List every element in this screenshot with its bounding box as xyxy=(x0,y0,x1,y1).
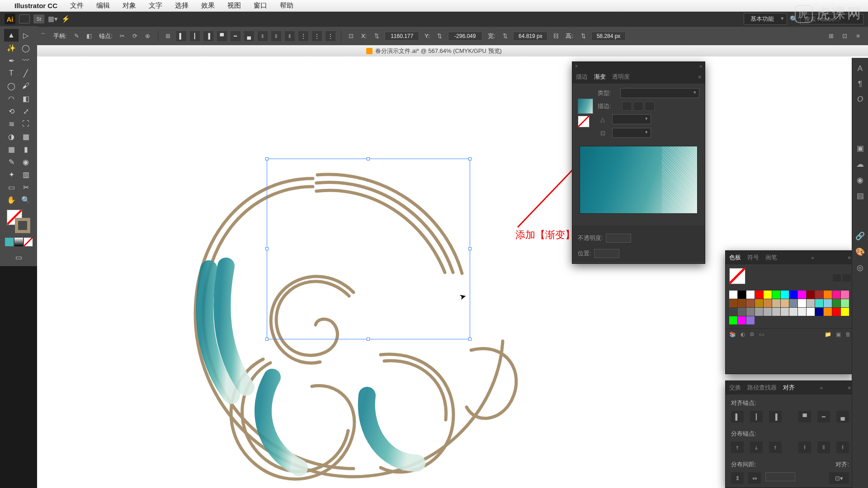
swatch-color[interactable] xyxy=(789,299,797,307)
swatch-active[interactable] xyxy=(729,268,745,284)
swatch-delete-icon[interactable]: 🗑 xyxy=(845,331,851,338)
dist-vcenter-btn[interactable]: ⫰ xyxy=(750,441,763,453)
color-mode-gradient[interactable] xyxy=(14,238,23,246)
dist-h2-icon[interactable]: ⫴ xyxy=(271,31,281,41)
char-panel-icon[interactable]: A xyxy=(858,64,863,73)
tab-gradient[interactable]: 渐变 xyxy=(594,73,606,81)
handle-se[interactable] xyxy=(468,338,472,341)
artboard-tool-icon[interactable]: ▭ xyxy=(4,181,19,193)
panel-collapse-icon[interactable]: × xyxy=(575,64,578,69)
stroke-mode-1[interactable] xyxy=(622,102,632,111)
anchor-connect-icon[interactable]: ⟳ xyxy=(131,32,140,41)
handle-icon-1[interactable]: ✎ xyxy=(72,32,81,41)
swatch-color[interactable] xyxy=(832,308,840,316)
spacing-input[interactable] xyxy=(765,472,795,481)
align-vcenter-btn[interactable]: ━ xyxy=(817,411,830,422)
blend-tool-icon[interactable]: ◉ xyxy=(19,155,33,168)
shaper-tool-icon[interactable]: ◠ xyxy=(4,92,19,105)
chain-icon[interactable]: ⛓ xyxy=(551,32,560,41)
magic-wand-tool-icon[interactable]: ✨ xyxy=(4,42,19,54)
appearance-panel-icon[interactable]: ◉ xyxy=(857,175,863,185)
swatch-color[interactable] xyxy=(824,299,832,307)
space-v-btn[interactable]: ⇕ xyxy=(731,472,744,484)
tab-align[interactable]: 对齐 xyxy=(783,384,795,392)
tab-pathfinder[interactable]: 路径查找器 xyxy=(747,384,777,392)
panel-dock-icon[interactable]: « xyxy=(699,64,702,69)
type-tool-icon[interactable]: T xyxy=(4,67,19,80)
swatch-color[interactable] xyxy=(729,308,737,316)
rotate-tool-icon[interactable]: ⟲ xyxy=(4,105,19,117)
line-tool-icon[interactable]: ╱ xyxy=(19,67,33,80)
app-logo-icon[interactable]: Ai xyxy=(5,14,15,24)
fill-stroke-selector[interactable] xyxy=(7,210,30,233)
handle-s[interactable] xyxy=(367,338,370,341)
dist-bottom-btn[interactable]: ⫯ xyxy=(769,441,782,453)
swatch-color[interactable] xyxy=(755,299,763,307)
menu-select[interactable]: 选择 xyxy=(169,1,195,10)
dist-v3-icon[interactable]: ⋮ xyxy=(326,31,335,41)
swatch-color[interactable] xyxy=(807,299,815,307)
gradient-swatch[interactable] xyxy=(578,99,593,114)
dist-h3-icon[interactable]: ⫴ xyxy=(285,31,295,41)
arrange-docs-icon[interactable]: ▦▾ xyxy=(48,15,58,23)
swatch-color[interactable] xyxy=(798,291,806,299)
y-input[interactable] xyxy=(448,32,482,41)
slice-tool-icon[interactable]: ✂ xyxy=(19,181,33,193)
link-xy2-icon[interactable]: ⇅ xyxy=(435,32,444,41)
guide-panel-icon[interactable]: ◎ xyxy=(857,263,863,272)
link-wh-icon[interactable]: ⇅ xyxy=(500,32,509,41)
more-icon[interactable]: ≡ xyxy=(854,32,863,41)
links-panel-icon[interactable]: 🔗 xyxy=(855,231,865,241)
stroke-swatch[interactable] xyxy=(15,218,30,233)
mesh-tool-icon[interactable]: ▦ xyxy=(4,143,19,155)
swatch-color[interactable] xyxy=(738,291,746,299)
graph-tool-icon[interactable]: ▥ xyxy=(19,168,33,181)
swatch-color[interactable] xyxy=(789,308,797,316)
swatch-color[interactable] xyxy=(772,299,780,307)
dist-v1-icon[interactable]: ⋮ xyxy=(298,31,308,41)
tab-brushes[interactable]: 画笔 xyxy=(765,253,777,262)
swatch-view-list-icon[interactable] xyxy=(833,274,841,282)
align-menu-icon[interactable]: ≡ xyxy=(848,385,851,390)
tab-symbols[interactable]: 符号 xyxy=(747,253,759,262)
swatches-expand-icon[interactable]: » xyxy=(811,255,814,260)
x-input[interactable] xyxy=(385,32,419,41)
menu-effect[interactable]: 效果 xyxy=(195,1,221,10)
angle-input[interactable] xyxy=(612,114,651,124)
swatch-color[interactable] xyxy=(729,299,737,307)
menu-help[interactable]: 帮助 xyxy=(274,1,300,10)
eraser-tool-icon[interactable]: ◧ xyxy=(19,92,33,105)
align-bottom-icon[interactable]: ▄ xyxy=(244,31,254,41)
tab-transform[interactable]: 交换 xyxy=(729,384,741,392)
swatch-group-icon[interactable]: ▭ xyxy=(759,331,764,338)
swatch-color[interactable] xyxy=(807,308,815,316)
gradient-preview[interactable] xyxy=(580,146,698,214)
color-mode-color[interactable] xyxy=(5,238,14,246)
swatch-color[interactable] xyxy=(807,291,815,299)
swatch-color[interactable] xyxy=(746,291,755,299)
swatch-color[interactable] xyxy=(824,291,832,299)
selection-tool-icon[interactable]: ▲ xyxy=(4,29,19,42)
workspace-selector[interactable]: 基本功能 xyxy=(744,13,787,25)
isolate-icon[interactable]: ⊕ xyxy=(143,32,152,41)
aspect-input[interactable] xyxy=(612,128,651,138)
app-name[interactable]: Illustrator CC xyxy=(14,2,64,9)
menu-file[interactable]: 文件 xyxy=(64,1,90,10)
swatch-color[interactable] xyxy=(772,308,780,316)
align-right-btn[interactable]: ▐ xyxy=(769,411,782,422)
dist-h1-icon[interactable]: ⫴ xyxy=(258,31,268,41)
color-mode-none[interactable] xyxy=(24,238,33,246)
stock-icon[interactable]: St xyxy=(33,14,44,23)
swatch-color[interactable] xyxy=(772,291,780,299)
swatch-color[interactable] xyxy=(815,308,823,316)
swatch-color[interactable] xyxy=(729,291,737,299)
swatch-color[interactable] xyxy=(738,316,746,324)
opacity-input[interactable] xyxy=(606,234,631,243)
swatch-color[interactable] xyxy=(729,316,737,324)
handle-ne[interactable] xyxy=(468,157,472,160)
width-tool-icon[interactable]: ≋ xyxy=(4,117,19,130)
opentype-panel-icon[interactable]: O xyxy=(857,95,863,104)
dist-hcenter-btn[interactable]: ⫴ xyxy=(817,441,830,453)
swatch-color[interactable] xyxy=(841,299,849,307)
swatch-color[interactable] xyxy=(746,316,755,324)
